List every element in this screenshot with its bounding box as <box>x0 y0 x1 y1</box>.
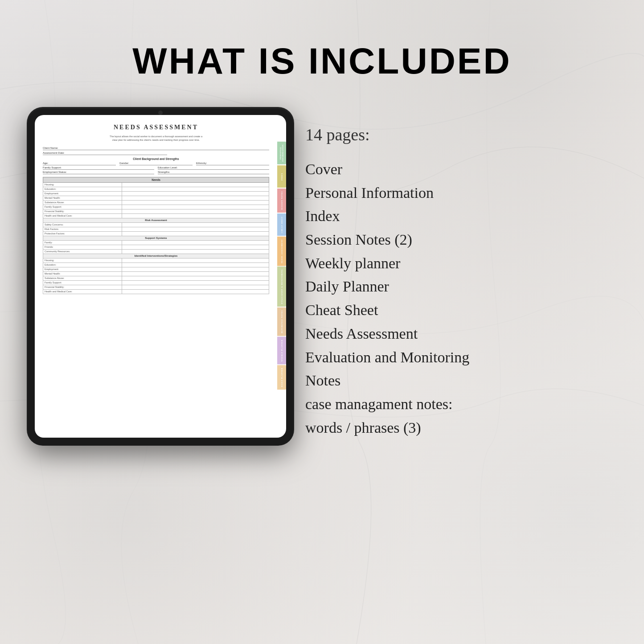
document-subtitle: The layout allows the social worker to d… <box>43 135 269 142</box>
tablet-camera <box>158 111 163 115</box>
tab-needs-assessment[interactable]: NEEDS ASSESSMENT <box>277 237 286 266</box>
tab-weekly-planner[interactable]: WEEKLY PLANNER <box>277 337 286 365</box>
info-evaluation-monitoring: Evaluation and Monitoring <box>305 346 608 369</box>
client-background-title: Client Background and Strengths <box>43 157 269 160</box>
tab-session-notes[interactable]: SESSION NOTES <box>277 189 286 213</box>
info-daily-planner: Daily Planner <box>305 275 608 299</box>
age-gender-row: Age: Gender: Ethnicity: <box>43 162 269 165</box>
info-case-management-notes: case managament notes: <box>305 393 608 416</box>
info-weekly-planner: Weekly planner <box>305 252 608 275</box>
tab-evaluation-monitoring[interactable]: EVALUATION & MONITORING <box>277 267 286 307</box>
tab-daily-planner[interactable]: DAILY PLANNER <box>277 365 286 390</box>
support-systems-header: Support Systems <box>43 236 269 240</box>
info-words-phrases: words / phrases (3) <box>305 416 608 440</box>
family-education-row: Family Support: Education Level: <box>43 166 269 170</box>
tab-index[interactable]: INDEX <box>277 165 286 188</box>
tablet-screen: NEEDS ASSESSMENT The layout allows the s… <box>35 115 286 438</box>
tab-sidebar: PERSONALINFORMATION INDEX SESSION NOTES … <box>277 115 286 438</box>
risk-assessment-header: Risk Assessment <box>43 218 269 222</box>
info-cheat-sheet: Cheat Sheet <box>305 299 608 322</box>
info-session-notes: Session Notes (2) <box>305 228 608 252</box>
header-section: WHAT IS INCLUDED <box>0 40 644 82</box>
pages-label: 14 pages: <box>305 125 608 144</box>
info-panel: 14 pages: Cover Personal Information Ind… <box>305 125 608 439</box>
document-title: NEEDS ASSESSMENT <box>43 124 269 131</box>
interventions-header: Identified Interventions/Strategies <box>43 254 269 258</box>
info-personal-information: Personal Information <box>305 181 608 205</box>
client-name-field: Client Name: <box>43 147 269 150</box>
tablet-frame: NEEDS ASSESSMENT The layout allows the s… <box>27 107 294 446</box>
tab-cheat-sheet[interactable]: CHEAT SHEET <box>277 213 286 236</box>
info-cover: Cover <box>305 158 608 181</box>
info-needs-assessment: Needs Assessment <box>305 322 608 346</box>
info-notes: Notes <box>305 369 608 393</box>
employment-strengths-row: Employment Status: Strengths: <box>43 171 269 174</box>
needs-table: Needs Housing: Education: Employment: Me… <box>43 177 269 294</box>
tab-personal-information[interactable]: PERSONALINFORMATION <box>277 142 286 164</box>
tablet-device: NEEDS ASSESSMENT The layout allows the s… <box>27 107 294 446</box>
needs-header: Needs <box>43 177 269 182</box>
info-index: Index <box>305 205 608 228</box>
tab-reference-notes[interactable]: REFERENCE NOTES <box>277 308 286 336</box>
document-content: NEEDS ASSESSMENT The layout allows the s… <box>35 115 277 438</box>
page-title: WHAT IS INCLUDED <box>0 40 644 82</box>
assessment-date-field: Assessment Date: <box>43 152 167 155</box>
